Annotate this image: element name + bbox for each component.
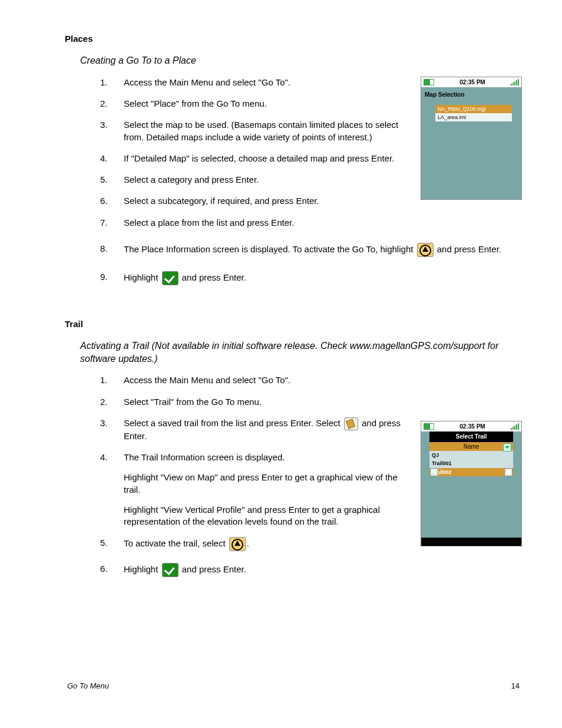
step-number: 4. [100,153,124,164]
signal-icon [511,80,519,85]
step-text: Highlight and press Enter. [124,563,522,577]
list-item: QJ [429,451,513,459]
column-header: Name [429,442,513,452]
heading-places: Places [65,33,522,45]
step-text: Highlight and press Enter. [124,271,522,285]
step-number: 6. [100,563,124,577]
step-number: 3. [100,417,124,442]
step-text: Select the map to be used. (Basemaps con… [124,119,406,143]
step-text: If "Detailed Map" is selected, choose a … [124,153,406,164]
step-number: 6. [100,195,124,207]
step-text: Access the Main Menu and select "Go To". [124,77,406,88]
screen-title: Select Trail [429,431,513,442]
step-text: Select a category and press Enter. [124,174,411,186]
footer-section: Go To Menu [67,681,109,691]
step-number: 2. [100,98,124,110]
step-text: Select a subcategory, if required, and p… [124,195,411,207]
dropdown-icon [503,443,511,452]
signal-icon [511,424,519,430]
goto-arrow-icon [229,537,246,551]
step-number: 5. [100,537,124,551]
page-number: 14 [511,681,520,691]
step-text: To activate the trail, select . [124,537,411,551]
step-number: 4. [100,452,124,528]
check-icon [162,271,178,285]
clock: 02:35 PM [459,423,485,431]
battery-icon [424,423,434,430]
check-icon [162,563,178,577]
step-text: Select a place from the list and press E… [124,217,522,229]
page-footer: Go To Menu 14 [65,681,522,691]
subheading-trail: Activating a Trail (Not available in ini… [80,340,522,365]
edit-icon: ✎ [430,468,438,476]
step-text: The Trail Information screen is displaye… [124,452,406,528]
screenshot-select-trail: 02:35 PM Select Trail Name QJ Trail001 ✎… [421,421,522,547]
list-item: NA_RBM_Q105.mgi [435,105,512,113]
edit-icon [344,417,358,430]
step-number: 3. [100,119,124,143]
battery-icon [424,79,434,85]
screenshot-map-selection: 02:35 PM Map Selection NA_RBM_Q105.mgi L… [421,77,522,200]
goto-arrow-icon [417,243,434,257]
screen-title: Map Selection [425,91,518,99]
heading-trail: Trail [65,318,522,330]
delete-icon: 🗑 [504,468,513,476]
step-text: Select "Trail" from the Go To menu. [124,396,522,408]
step-number: 9. [100,271,124,285]
step-number: 2. [100,396,124,408]
clock: 02:35 PM [459,78,485,87]
step-text: Select "Place" from the Go To menu. [124,98,406,110]
subheading-places: Creating a Go To to a Place [80,54,522,67]
step-number: 1. [100,77,124,88]
step-number: 8. [100,243,124,257]
step-number: 5. [100,174,124,186]
list-item: Trail001 [429,459,513,467]
step-text: Access the Main Menu and select "Go To". [124,374,522,386]
list-item: ✎ Trail002 🗑 [429,468,513,476]
step-text: The Place Information screen is displaye… [124,243,522,257]
list-item: LA_area.imi [435,113,512,121]
step-number: 1. [100,374,124,386]
step-number: 7. [100,217,124,229]
step-text: Select a saved trail from the list and p… [124,417,406,442]
